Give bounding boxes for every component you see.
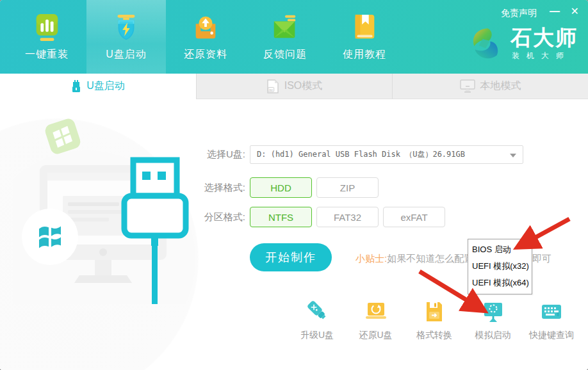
iso-file-icon: iso bbox=[266, 79, 279, 93]
tool-restore-usb[interactable]: 还原U盘 bbox=[348, 299, 404, 341]
iso-icon-text: iso bbox=[269, 88, 273, 91]
tool-hotkey-query[interactable]: 快捷键查询 bbox=[523, 299, 580, 341]
tab-local-mode[interactable]: 本地模式 bbox=[392, 74, 588, 99]
menu-item-uefi-x32[interactable]: UEFI 模拟(x32) bbox=[468, 259, 532, 273]
nav-item-restore-data[interactable]: 还原资料 bbox=[166, 0, 245, 74]
tool-upgrade-usb[interactable]: 升级U盘 bbox=[289, 299, 345, 341]
local-monitor-icon bbox=[460, 79, 475, 93]
start-create-button[interactable]: 开始制作 bbox=[250, 243, 332, 271]
tool-label: 格式转换 bbox=[416, 330, 452, 341]
tool-simulate-boot[interactable]: 模拟启动 bbox=[465, 299, 521, 341]
bottom-toolbar: 升级U盘 还原U盘 格式转换 bbox=[289, 299, 580, 341]
feedback-mail-icon bbox=[270, 12, 300, 43]
boot-mode-menu: BIOS 启动 UEFI 模拟(x32) UEFI 模拟(x64) bbox=[468, 239, 532, 294]
partition-row: 分区格式: NTFS FAT32 exFAT bbox=[197, 207, 450, 227]
restore-data-icon bbox=[191, 12, 220, 43]
nav-label: 使用教程 bbox=[343, 48, 386, 61]
nav-label: 反馈问题 bbox=[263, 48, 307, 61]
nav-item-feedback[interactable]: 反馈问题 bbox=[245, 0, 325, 74]
nav-label: 一键重装 bbox=[25, 48, 69, 61]
usb-computer-illustration bbox=[13, 109, 202, 304]
windows-flag-icon bbox=[22, 209, 78, 265]
menu-item-uefi-x64[interactable]: UEFI 模拟(x64) bbox=[468, 276, 532, 290]
main-content: 选择U盘: D: (hd1) General USB Flash Disk （U… bbox=[0, 99, 588, 370]
nav-label: 还原资料 bbox=[184, 48, 227, 61]
main-nav: 一键重装 U盘启动 bbox=[7, 0, 404, 74]
mode-tabbar: U盘启动 iso ISO模式 本地模式 bbox=[0, 74, 588, 99]
app-window: 一键重装 U盘启动 bbox=[0, 0, 588, 370]
format-option-hdd[interactable]: HDD bbox=[250, 177, 312, 198]
brand-name: 石大师 bbox=[510, 27, 578, 49]
usb-shield-icon bbox=[111, 12, 141, 43]
tip-suffix: 即可 bbox=[532, 253, 551, 265]
usb-select-label: 选择U盘: bbox=[197, 149, 245, 161]
partition-option-exfat[interactable]: exFAT bbox=[383, 207, 445, 227]
nav-item-usb-boot[interactable]: U盘启动 bbox=[86, 0, 166, 74]
nav-item-reinstall[interactable]: 一键重装 bbox=[7, 0, 86, 74]
tab-label: U盘启动 bbox=[86, 79, 125, 93]
simulate-boot-icon bbox=[480, 299, 506, 325]
hotkey-query-icon bbox=[539, 299, 564, 325]
chevron-down-icon bbox=[510, 154, 516, 157]
menu-item-bios[interactable]: BIOS 启动 bbox=[468, 243, 532, 257]
tool-label: 还原U盘 bbox=[359, 330, 392, 341]
format-option-zip[interactable]: ZIP bbox=[316, 177, 379, 198]
tip-text: 小贴士:如果不知道怎么配置 bbox=[355, 253, 473, 265]
tip-prefix: 小贴士: bbox=[355, 253, 387, 264]
format-convert-icon bbox=[421, 299, 447, 325]
partition-label: 分区格式: bbox=[197, 211, 245, 223]
brand-logo: 石大师 装机大师 bbox=[467, 26, 578, 63]
tab-iso-mode[interactable]: iso ISO模式 bbox=[196, 74, 392, 99]
tutorial-book-icon bbox=[350, 12, 379, 43]
minimize-button[interactable]: — bbox=[550, 5, 560, 18]
tool-label: 升级U盘 bbox=[300, 330, 334, 341]
usb-drive-select[interactable]: D: (hd1) General USB Flash Disk （U盘）26.9… bbox=[250, 145, 523, 164]
upgrade-usb-icon bbox=[304, 299, 330, 325]
tool-label: 模拟启动 bbox=[475, 330, 511, 341]
tool-format-convert[interactable]: 格式转换 bbox=[406, 299, 462, 341]
header-bar: 一键重装 U盘启动 bbox=[0, 0, 588, 74]
tool-label: 快捷键查询 bbox=[529, 330, 574, 341]
windows-tile-icon bbox=[44, 117, 82, 156]
partition-option-ntfs[interactable]: NTFS bbox=[250, 207, 312, 227]
usb-select-row: 选择U盘: D: (hd1) General USB Flash Disk （U… bbox=[197, 145, 523, 164]
tab-usb-boot[interactable]: U盘启动 bbox=[0, 74, 196, 99]
partition-option-fat32[interactable]: FAT32 bbox=[316, 207, 379, 227]
tab-label: 本地模式 bbox=[480, 79, 521, 93]
nav-item-tutorial[interactable]: 使用教程 bbox=[325, 0, 404, 74]
disclaimer-link[interactable]: 免责声明 bbox=[501, 8, 537, 19]
restore-usb-icon bbox=[363, 299, 389, 325]
usb-drive-value: D: (hd1) General USB Flash Disk （U盘）26.9… bbox=[257, 149, 465, 160]
usb-stick-icon bbox=[71, 80, 81, 93]
format-row: 选择格式: HDD ZIP bbox=[197, 177, 383, 198]
nav-label: U盘启动 bbox=[106, 48, 147, 61]
brand-subtitle: 装机大师 bbox=[510, 51, 578, 61]
brand-swirl-icon bbox=[467, 26, 504, 63]
tab-label: ISO模式 bbox=[284, 79, 323, 93]
chart-icon bbox=[32, 12, 61, 43]
close-button[interactable]: ✕ bbox=[571, 5, 579, 18]
format-label: 选择格式: bbox=[197, 182, 245, 194]
tip-body: 如果不知道怎么配置 bbox=[387, 253, 473, 264]
